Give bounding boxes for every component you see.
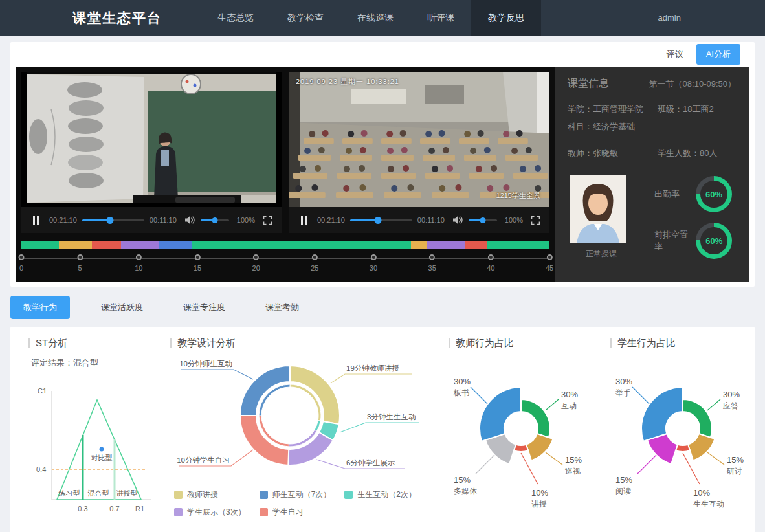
legend-item[interactable]: 教师讲授 bbox=[174, 489, 260, 500]
timeline-segment[interactable] bbox=[411, 241, 427, 249]
duration: 00:11:10 bbox=[150, 216, 177, 224]
svg-text:阅读: 阅读 bbox=[615, 487, 631, 496]
teaching-design-donut: 19分钟教师讲授3分钟生生互动6分钟学生展示10分钟学生自习10分钟师生互动 bbox=[170, 349, 432, 487]
st-title-text: ST分析 bbox=[36, 337, 67, 349]
panel-st-analysis: ST分析 评定结果：混合型 对比型C10.4练习型混合型讲授型0.30.7R1 bbox=[19, 337, 161, 531]
front-vacancy-gauge: 60% bbox=[696, 223, 732, 259]
teacher-video-screen[interactable] bbox=[21, 72, 282, 207]
progress-slider[interactable] bbox=[82, 219, 144, 221]
pause-icon[interactable] bbox=[301, 216, 307, 225]
attendance-gauge: 60% bbox=[696, 176, 732, 212]
nav-item[interactable]: 生态总览 bbox=[201, 0, 271, 36]
class-field: 班级：18工商2 bbox=[658, 104, 736, 115]
timeline-segment[interactable] bbox=[92, 241, 121, 249]
volume-slider[interactable] bbox=[469, 219, 497, 221]
teacher-field: 教师：张晓敏 bbox=[568, 148, 658, 159]
svg-text:30%: 30% bbox=[723, 390, 740, 399]
title-bar-decoration bbox=[610, 338, 612, 348]
volume-icon[interactable] bbox=[184, 216, 195, 225]
nav-menu: 生态总览教学检查在线巡课听评课教学反思 bbox=[201, 0, 541, 36]
tab[interactable]: 教学行为 bbox=[10, 296, 70, 319]
cctv-timestamp: 2019 09 23 星期一 10:33:21 bbox=[296, 77, 399, 87]
nav-item[interactable]: 教学反思 bbox=[471, 0, 541, 36]
timeline-segment[interactable] bbox=[465, 241, 487, 249]
ai-analysis-button[interactable]: AI分析 bbox=[696, 44, 740, 65]
top-navbar: 课堂生态平台 生态总览教学检查在线巡课听评课教学反思 admin bbox=[0, 0, 765, 36]
fullscreen-icon[interactable] bbox=[531, 216, 540, 225]
svg-text:举手: 举手 bbox=[615, 388, 631, 397]
panel-student-behavior: 学生行为占比 30%应答15%研讨10%生生互动15%阅读30%举手 bbox=[601, 337, 765, 531]
volume-percent: 100% bbox=[505, 216, 523, 224]
timeline-tick: 40 bbox=[487, 254, 494, 272]
svg-text:0.7: 0.7 bbox=[109, 505, 119, 513]
video-card: 评议 AI分析 bbox=[10, 42, 755, 287]
class-session: 第一节（08:10-09:50） bbox=[649, 78, 736, 90]
svg-text:混合型: 混合型 bbox=[88, 489, 109, 497]
svg-text:15%: 15% bbox=[454, 475, 471, 485]
svg-text:对比型: 对比型 bbox=[91, 454, 113, 461]
review-link[interactable]: 评议 bbox=[667, 49, 683, 60]
pause-icon[interactable] bbox=[33, 216, 39, 225]
svg-text:应答: 应答 bbox=[723, 401, 738, 410]
analysis-tabs: 教学行为课堂活跃度课堂专注度课堂考勤 bbox=[10, 296, 755, 319]
st-chart: 对比型C10.4练习型混合型讲授型0.30.7R1 bbox=[28, 373, 154, 531]
students-field: 学生人数：80人 bbox=[658, 148, 736, 159]
progress-slider[interactable] bbox=[350, 219, 412, 221]
timeline-segment[interactable] bbox=[487, 241, 549, 249]
duration: 00:11:10 bbox=[417, 216, 445, 224]
timeline-segment[interactable] bbox=[159, 241, 192, 249]
svg-text:讲授型: 讲授型 bbox=[116, 489, 138, 497]
st-result: 评定结果：混合型 bbox=[31, 357, 154, 369]
college-field: 学院：工商管理学院 bbox=[568, 104, 658, 115]
tab[interactable]: 课堂活跃度 bbox=[92, 296, 152, 319]
svg-text:多媒体: 多媒体 bbox=[454, 487, 477, 496]
timeline-segment[interactable] bbox=[59, 241, 92, 249]
front-vacancy-label: 前排空置率 bbox=[654, 229, 696, 252]
st-panel-title: ST分析 bbox=[28, 337, 154, 349]
svg-text:15%: 15% bbox=[565, 455, 582, 465]
timeline-segment[interactable] bbox=[427, 241, 465, 249]
timeline-segment[interactable] bbox=[192, 241, 411, 249]
legend-item[interactable]: 学生自习 bbox=[260, 507, 345, 518]
svg-text:15%: 15% bbox=[727, 455, 744, 465]
volume-slider[interactable] bbox=[201, 219, 229, 221]
charts-card: ST分析 评定结果：混合型 对比型C10.4练习型混合型讲授型0.30.7R1 … bbox=[10, 327, 755, 532]
legend-item[interactable]: 师生互动（7次） bbox=[260, 489, 345, 500]
teacher-photo bbox=[570, 175, 626, 243]
svg-text:巡视: 巡视 bbox=[565, 467, 581, 476]
legend-item[interactable]: 学生展示（3次） bbox=[174, 507, 260, 518]
fullscreen-icon[interactable] bbox=[263, 216, 272, 225]
teacher-video-controls: 00:21:10 00:11:10 100% bbox=[21, 207, 282, 233]
timeline-ruler[interactable]: 051015202530354045 bbox=[21, 254, 549, 276]
svg-text:研讨: 研讨 bbox=[727, 467, 742, 476]
nav-item[interactable]: 听评课 bbox=[410, 0, 471, 36]
behavior-timeline-bar[interactable] bbox=[21, 241, 549, 249]
panel-teacher-behavior: 教师行为占比 30%互动15%巡视10%讲授15%多媒体30%板书 bbox=[439, 337, 601, 531]
svg-text:30%: 30% bbox=[615, 377, 632, 386]
legend-item[interactable]: 生生互动（2次） bbox=[344, 489, 430, 500]
nav-item[interactable]: 在线巡课 bbox=[340, 0, 410, 36]
user-menu[interactable]: admin bbox=[658, 0, 765, 36]
volume-percent: 100% bbox=[237, 216, 255, 224]
nav-item[interactable]: 教学检查 bbox=[271, 0, 340, 36]
current-time: 00:21:10 bbox=[49, 216, 77, 224]
class-info-title: 课堂信息 bbox=[568, 77, 609, 91]
classroom-video-screen[interactable]: 2019 09 23 星期一 10:33:21 1215学生全景 bbox=[289, 72, 549, 207]
timeline-tick: 30 bbox=[370, 254, 377, 272]
design-panel-title: 教学设计分析 bbox=[170, 337, 432, 349]
attendance-label: 出勤率 bbox=[654, 188, 680, 200]
svg-text:10%: 10% bbox=[693, 488, 710, 498]
design-legend: 教师讲授师生互动（7次）生生互动（2次）学生展示（3次）学生自习 bbox=[170, 489, 432, 524]
volume-icon[interactable] bbox=[452, 216, 463, 225]
svg-text:10分钟学生自习: 10分钟学生自习 bbox=[177, 456, 230, 464]
timeline-segment[interactable] bbox=[121, 241, 159, 249]
tab[interactable]: 课堂考勤 bbox=[256, 296, 308, 319]
tab[interactable]: 课堂专注度 bbox=[174, 296, 234, 319]
svg-text:19分钟教师讲授: 19分钟教师讲授 bbox=[346, 364, 399, 372]
panel-teaching-design: 教学设计分析 19分钟教师讲授3分钟生生互动6分钟学生展示10分钟学生自习10分… bbox=[161, 337, 439, 531]
svg-text:0.4: 0.4 bbox=[36, 465, 46, 473]
timeline-segment[interactable] bbox=[21, 241, 59, 249]
card-toolbar: 评议 AI分析 bbox=[10, 42, 755, 67]
classroom-video-controls: 00:21:10 00:11:10 100% bbox=[289, 207, 549, 233]
title-bar-decoration bbox=[449, 338, 450, 348]
